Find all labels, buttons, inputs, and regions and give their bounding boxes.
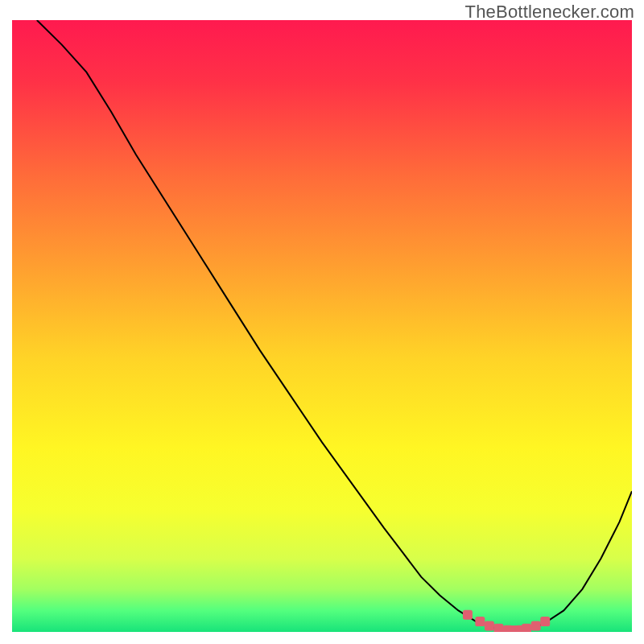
marker-point xyxy=(475,617,485,626)
chart-container: TheBottlenecker.com xyxy=(0,0,644,644)
marker-point xyxy=(463,610,473,620)
bottleneck-plot xyxy=(12,20,632,632)
marker-point xyxy=(493,624,503,632)
marker-point xyxy=(485,621,494,630)
chart-svg xyxy=(12,20,632,632)
gradient-background xyxy=(12,20,632,632)
marker-point xyxy=(531,621,541,630)
marker-point xyxy=(540,617,550,626)
watermark: TheBottlenecker.com xyxy=(465,2,634,23)
marker-point xyxy=(522,624,531,632)
